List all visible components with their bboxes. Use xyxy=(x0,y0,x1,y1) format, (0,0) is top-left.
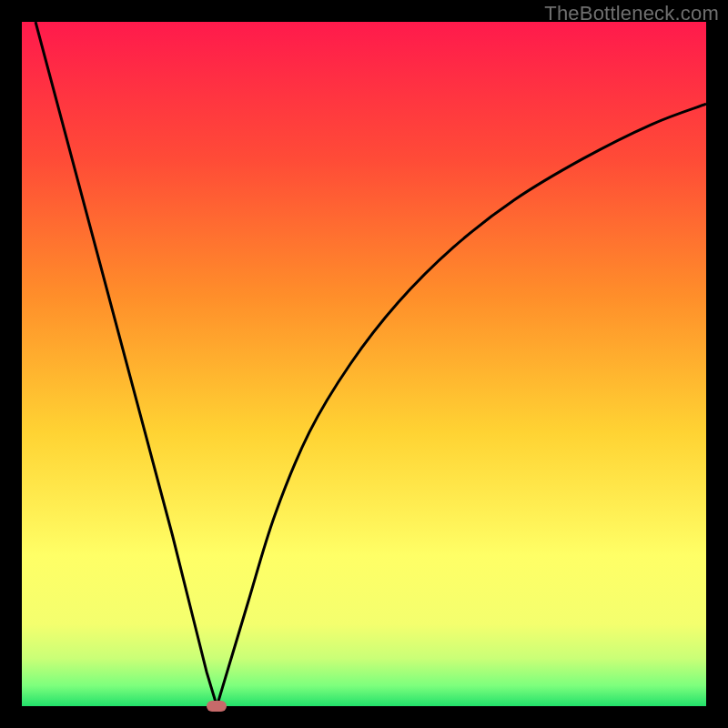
minimum-marker xyxy=(207,701,227,712)
gradient-background xyxy=(22,22,706,706)
chart-frame xyxy=(22,22,706,706)
watermark-text: TheBottleneck.com xyxy=(544,2,719,25)
bottleneck-chart xyxy=(22,22,706,706)
